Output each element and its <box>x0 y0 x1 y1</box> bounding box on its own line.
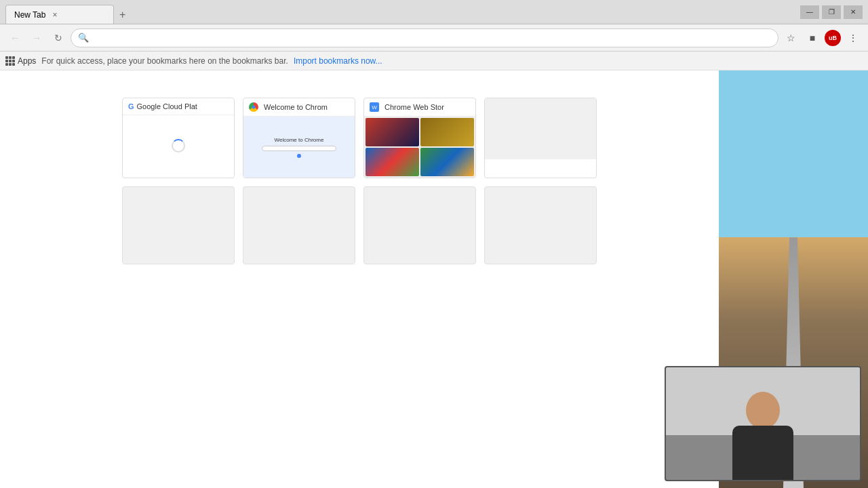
thumbnail-empty-slot4[interactable] <box>363 186 476 264</box>
webstore-tile-4 <box>420 148 474 176</box>
thumbnail-header-webstore: W Chrome Web Stor <box>364 98 475 117</box>
thumbnail-google-cloud[interactable]: G Google Cloud Plat <box>122 98 235 178</box>
welcome-search-bar <box>262 146 336 151</box>
thumbnails-container: G Google Cloud Plat Welcome to Chrom <box>122 98 597 264</box>
apps-button[interactable]: Apps <box>5 56 36 66</box>
person-silhouette <box>722 392 804 480</box>
menu-button[interactable]: ⋮ <box>844 28 863 47</box>
thumbnail-preview-webstore <box>364 117 475 178</box>
ublock-icon[interactable]: uB <box>825 30 841 46</box>
favicon-webstore-icon: W <box>370 102 379 112</box>
webstore-preview-content <box>364 117 475 178</box>
welcome-dot <box>297 154 301 158</box>
apps-label: Apps <box>18 56 36 66</box>
title-bar: New Tab × + — ❐ ✕ <box>0 0 868 24</box>
favicon-google-icon: G <box>128 102 134 110</box>
thumbnail-empty-slot5[interactable] <box>484 186 597 264</box>
webcam-overlay <box>665 366 861 481</box>
webstore-tile-1 <box>366 118 419 146</box>
extensions-button[interactable]: ■ <box>803 28 822 47</box>
favicon-chrome-icon <box>249 102 258 112</box>
thumbnail-empty-slot2[interactable] <box>122 186 235 264</box>
person-body <box>732 426 793 480</box>
thumbnail-preview-welcome: Welcome to Chrome <box>243 117 355 178</box>
gcloud-preview-content <box>123 115 234 176</box>
new-tab-button[interactable]: + <box>114 6 131 24</box>
loading-spinner <box>172 139 185 152</box>
tab-close-button[interactable]: × <box>51 9 58 21</box>
thumbnail-empty-preview1 <box>485 98 596 159</box>
reload-button[interactable]: ↻ <box>49 28 68 47</box>
tab-strip: New Tab × + <box>5 0 131 24</box>
active-tab[interactable]: New Tab × <box>5 5 114 24</box>
window-controls: — ❐ ✕ <box>800 5 863 19</box>
person-head <box>746 392 780 429</box>
toolbar: ← → ↻ 🔍 ☆ ■ uB ⋮ <box>0 24 868 52</box>
thumbnail-header-welcome: Welcome to Chrom <box>243 98 355 117</box>
address-bar-wrap: 🔍 <box>71 28 778 47</box>
thumbnail-title-gcloud: Google Cloud Plat <box>137 102 197 110</box>
webcam-background <box>666 367 860 480</box>
bookmarks-bar: Apps For quick access, place your bookma… <box>0 52 868 70</box>
thumbnail-empty-slot1[interactable] <box>484 98 597 178</box>
apps-grid-icon <box>5 56 15 66</box>
thumbnail-title-webstore: Chrome Web Stor <box>384 103 444 111</box>
restore-button[interactable]: ❐ <box>822 5 841 19</box>
thumbnail-title-welcome: Welcome to Chrom <box>264 103 328 111</box>
webstore-tile-2 <box>420 118 474 146</box>
address-input[interactable] <box>92 33 771 43</box>
toolbar-icons: ☆ ■ uB ⋮ <box>781 28 863 47</box>
webstore-tile-3 <box>366 148 419 176</box>
thumbnail-header-gcloud: G Google Cloud Plat <box>123 98 234 115</box>
back-button[interactable]: ← <box>5 28 24 47</box>
thumbnails-row2 <box>122 186 597 264</box>
forward-button[interactable]: → <box>27 28 46 47</box>
bookmark-button[interactable]: ☆ <box>781 28 800 47</box>
search-icon: 🔍 <box>78 33 89 43</box>
thumbnail-empty-slot3[interactable] <box>243 186 355 264</box>
welcome-small-text: Welcome to Chrome <box>275 137 324 143</box>
bookmarks-message: For quick access, place your bookmarks h… <box>41 56 288 66</box>
tab-title: New Tab <box>14 10 45 20</box>
import-bookmarks-link[interactable]: Import bookmarks now... <box>294 56 382 66</box>
minimize-button[interactable]: — <box>800 5 819 19</box>
thumbnail-preview-gcloud <box>123 115 234 176</box>
close-window-button[interactable]: ✕ <box>844 5 863 19</box>
thumbnails-row1: G Google Cloud Plat Welcome to Chrom <box>122 98 597 178</box>
browser-area: G Google Cloud Plat Welcome to Chrom <box>0 70 719 488</box>
thumbnail-welcome-chrome[interactable]: Welcome to Chrom Welcome to Chrome <box>243 98 355 178</box>
thumbnail-chrome-webstore[interactable]: W Chrome Web Stor <box>363 98 476 178</box>
welcome-preview-content: Welcome to Chrome <box>243 117 355 178</box>
